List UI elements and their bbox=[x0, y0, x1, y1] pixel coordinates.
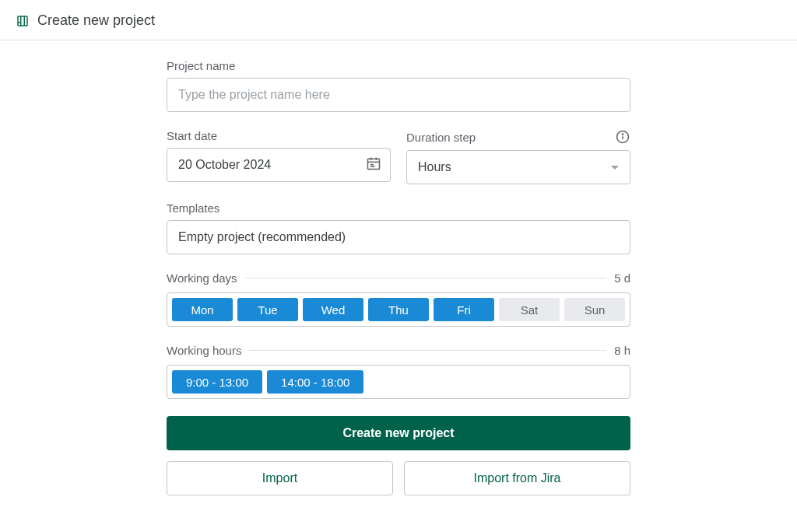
working-days-summary: 5 d bbox=[614, 271, 630, 285]
templates-field: Templates bbox=[167, 201, 630, 254]
day-chip-wed[interactable]: Wed bbox=[303, 298, 363, 321]
divider bbox=[249, 350, 606, 351]
create-project-button[interactable]: Create new project bbox=[167, 416, 630, 450]
templates-label: Templates bbox=[167, 201, 630, 215]
day-chip-sat[interactable]: Sat bbox=[499, 298, 560, 321]
day-chip-tue[interactable]: Tue bbox=[237, 298, 298, 321]
import-jira-button[interactable]: Import from Jira bbox=[404, 461, 630, 495]
project-name-input[interactable] bbox=[167, 78, 630, 112]
working-hours-label: Working hours bbox=[167, 344, 241, 357]
duration-step-field: Duration step Hours bbox=[406, 129, 630, 184]
page-title: Create new project bbox=[37, 12, 155, 29]
templates-input[interactable] bbox=[167, 220, 630, 254]
working-days-section: Working days 5 d MonTueWedThuFriSatSun bbox=[167, 271, 630, 327]
divider bbox=[245, 278, 607, 278]
duration-step-select[interactable]: Hours bbox=[406, 150, 630, 184]
duration-step-value: Hours bbox=[418, 160, 451, 174]
day-chip-mon[interactable]: Mon bbox=[172, 298, 233, 321]
day-chip-fri[interactable]: Fri bbox=[434, 298, 494, 321]
svg-rect-0 bbox=[18, 16, 27, 26]
working-hours-chips: 9:00 - 13:0014:00 - 18:00 bbox=[167, 365, 630, 399]
project-name-label: Project name bbox=[167, 59, 630, 72]
app-icon bbox=[16, 14, 30, 28]
working-hours-summary: 8 h bbox=[614, 344, 630, 357]
hour-range-chip[interactable]: 9:00 - 13:00 bbox=[172, 370, 262, 394]
hour-range-chip[interactable]: 14:00 - 18:00 bbox=[267, 370, 363, 394]
start-date-label: Start date bbox=[167, 129, 391, 142]
info-icon[interactable] bbox=[615, 129, 630, 145]
create-project-form: Project name Start date bbox=[167, 40, 630, 514]
page-header: Create new project bbox=[0, 0, 797, 40]
working-days-label: Working days bbox=[167, 271, 237, 285]
duration-step-label: Duration step bbox=[406, 131, 476, 144]
svg-point-12 bbox=[622, 134, 623, 135]
project-name-field: Project name bbox=[167, 59, 630, 112]
day-chip-thu[interactable]: Thu bbox=[368, 298, 429, 321]
chevron-down-icon bbox=[611, 166, 619, 170]
working-hours-section: Working hours 8 h 9:00 - 13:0014:00 - 18… bbox=[167, 344, 630, 399]
import-button[interactable]: Import bbox=[167, 461, 393, 495]
working-days-chips: MonTueWedThuFriSatSun bbox=[167, 292, 630, 327]
day-chip-sun[interactable]: Sun bbox=[564, 298, 625, 321]
start-date-input[interactable] bbox=[167, 148, 391, 182]
start-date-field: Start date bbox=[167, 129, 391, 184]
